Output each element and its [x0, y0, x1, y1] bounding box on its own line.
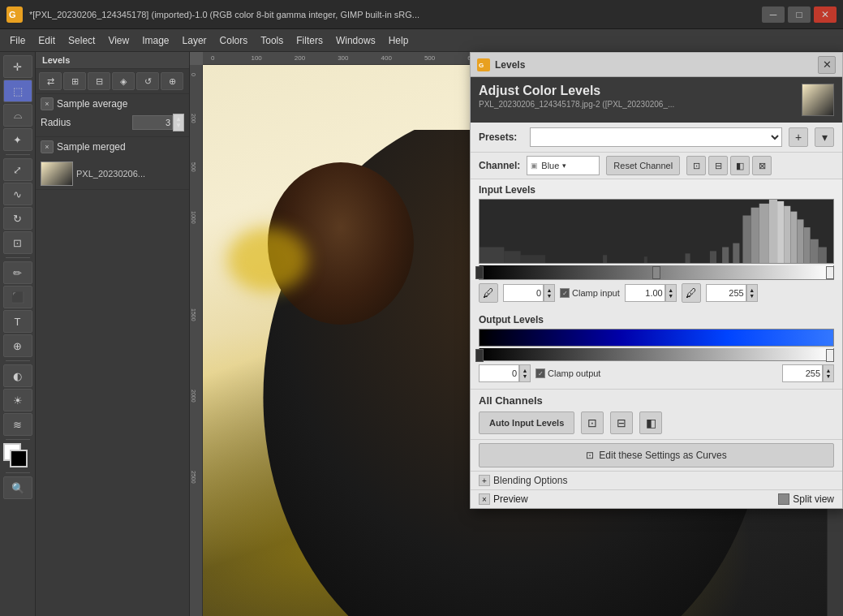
auto-icon-btn-3[interactable]: ◧	[639, 411, 662, 434]
foreground-color-swatch[interactable]	[10, 450, 28, 467]
sample-close[interactable]: ×	[41, 97, 54, 110]
output-white-handle[interactable]	[826, 349, 834, 362]
left-toolbar: ✛ ⬚ ⌓ ✦ ⤢ ∿ ↻ ⊡ ✏ ⬛ T ⊕ ◐ ☀ ≋ 🔍	[0, 52, 36, 616]
input-mid-handle[interactable]	[652, 266, 660, 279]
radius-input[interactable]: 3	[132, 115, 173, 130]
svg-rect-20	[685, 253, 690, 263]
menu-layer[interactable]: Layer	[176, 32, 213, 50]
window-title: *[PXL_20230206_124345178] (imported)-1.0…	[29, 10, 419, 19]
layer-tool-2[interactable]: ⊞	[63, 72, 86, 90]
tool-warp[interactable]: ∿	[3, 183, 32, 205]
split-view-label: Split view	[793, 493, 834, 505]
menu-view[interactable]: View	[101, 32, 135, 50]
tool-text[interactable]: T	[3, 310, 32, 333]
tool-heal[interactable]: ⊕	[3, 334, 32, 357]
layer-tool-5[interactable]: ↺	[136, 72, 159, 90]
channel-icon-btn-3[interactable]: ◧	[730, 156, 750, 175]
menu-select[interactable]: Select	[62, 32, 101, 50]
tool-move[interactable]: ✛	[3, 55, 32, 78]
menu-help[interactable]: Help	[382, 32, 415, 50]
output-black-input[interactable]	[479, 364, 519, 382]
output-black-handle[interactable]	[475, 349, 484, 362]
output-white-spinner[interactable]: ▲ ▼	[823, 364, 834, 382]
black-eyedropper-button[interactable]: 🖊	[479, 283, 498, 303]
reset-channel-button[interactable]: Reset Channel	[606, 156, 680, 175]
acl-header: Adjust Color Levels PXL_20230206_1243451…	[471, 77, 842, 123]
menu-filters[interactable]: Filters	[290, 32, 329, 50]
channel-icon-btn-4[interactable]: ⊠	[752, 156, 772, 175]
input-gamma-spinner[interactable]: ▲ ▼	[665, 284, 677, 302]
tool-crop[interactable]: ⊡	[3, 231, 32, 254]
presets-select[interactable]	[530, 127, 782, 147]
sample-merged-close[interactable]: ×	[41, 140, 54, 153]
tool-lasso[interactable]: ⌓	[3, 104, 32, 127]
maximize-button[interactable]: □	[788, 6, 811, 23]
svg-rect-14	[797, 219, 803, 263]
menu-image[interactable]: Image	[135, 32, 175, 50]
tool-smudge[interactable]: ≋	[3, 413, 32, 436]
presets-add-button[interactable]: +	[789, 127, 808, 147]
input-black-handle[interactable]	[475, 266, 484, 279]
preview-expand-button[interactable]: ×	[479, 493, 490, 505]
minimize-button[interactable]: ─	[762, 6, 785, 23]
layer-item-main[interactable]: PXL_20230206...	[36, 158, 189, 190]
clamp-output-checkbox[interactable]: ✓	[535, 368, 545, 378]
tool-rect-select[interactable]: ⬚	[3, 80, 32, 102]
radius-spinner[interactable]: ▲ ▼	[173, 114, 184, 131]
input-gamma-input[interactable]	[625, 284, 665, 302]
tool-blur[interactable]: ◐	[3, 364, 32, 387]
layer-tool-3[interactable]: ⊟	[88, 72, 110, 90]
tool-dodge[interactable]: ☀	[3, 389, 32, 411]
svg-rect-10	[769, 200, 777, 263]
output-black-spinner[interactable]: ▲ ▼	[519, 364, 531, 382]
close-button[interactable]: ✕	[814, 6, 837, 23]
input-black-value-group: ▲ ▼	[503, 284, 555, 302]
white-eyedropper-button[interactable]: 🖊	[682, 283, 701, 303]
menu-edit[interactable]: Edit	[32, 32, 62, 50]
tool-fuzzy[interactable]: ✦	[3, 128, 32, 151]
blending-expand-button[interactable]: +	[479, 475, 490, 486]
edit-curves-button[interactable]: ⊡ Edit these Settings as Curves	[479, 443, 834, 467]
clamp-input-checkbox[interactable]: ✓	[560, 288, 570, 298]
svg-rect-23	[733, 243, 739, 263]
menu-tools[interactable]: Tools	[254, 32, 290, 50]
channel-icon: ▣	[531, 162, 538, 170]
layer-tool-1[interactable]: ⇄	[39, 72, 62, 90]
input-slider[interactable]	[479, 265, 834, 280]
sample-merged-row: × Sample merged	[36, 137, 189, 157]
svg-rect-11	[777, 201, 784, 263]
split-view-checkbox[interactable]	[778, 493, 789, 505]
clamp-output-text: Clamp output	[548, 368, 600, 378]
input-black-input[interactable]	[503, 284, 544, 302]
input-white-spinner[interactable]: ▲ ▼	[746, 284, 758, 302]
levels-dialog-close[interactable]: ✕	[818, 56, 836, 74]
layer-tool-4[interactable]: ◈	[112, 72, 135, 90]
tool-rotate[interactable]: ↻	[3, 207, 32, 230]
tool-bucket[interactable]: ⬛	[3, 286, 32, 308]
auto-icon-btn-2[interactable]: ⊟	[610, 411, 633, 434]
auto-icon-btn-1[interactable]: ⊡	[581, 411, 604, 434]
menu-windows[interactable]: Windows	[329, 32, 382, 50]
channel-icon-btn-1[interactable]: ⊡	[686, 156, 706, 175]
layers-title: Levels	[42, 55, 70, 65]
menu-colors[interactable]: Colors	[213, 32, 255, 50]
light-effect	[227, 227, 308, 292]
channel-icon-btn-2[interactable]: ⊟	[708, 156, 728, 175]
output-white-input[interactable]	[782, 364, 823, 382]
output-white-value-group: ▲ ▼	[782, 364, 834, 382]
input-white-input[interactable]	[706, 284, 746, 302]
output-slider[interactable]	[479, 348, 834, 361]
tool-transform[interactable]: ⤢	[3, 158, 32, 181]
tool-paint[interactable]: ✏	[3, 261, 32, 284]
input-white-handle[interactable]	[826, 266, 834, 279]
tool-zoom[interactable]: 🔍	[3, 476, 32, 499]
title-bar: G *[PXL_20230206_124345178] (imported)-1…	[0, 0, 843, 29]
channel-select[interactable]: ▣ Blue ▾	[527, 156, 600, 175]
svg-text:G: G	[9, 10, 16, 19]
input-black-spinner[interactable]: ▲ ▼	[544, 284, 555, 302]
menu-file[interactable]: File	[3, 32, 32, 50]
presets-menu-button[interactable]: ▾	[815, 127, 834, 147]
layer-tool-6[interactable]: ⊕	[161, 72, 183, 90]
acl-thumbnail	[802, 84, 834, 116]
auto-input-levels-button[interactable]: Auto Input Levels	[479, 411, 574, 434]
